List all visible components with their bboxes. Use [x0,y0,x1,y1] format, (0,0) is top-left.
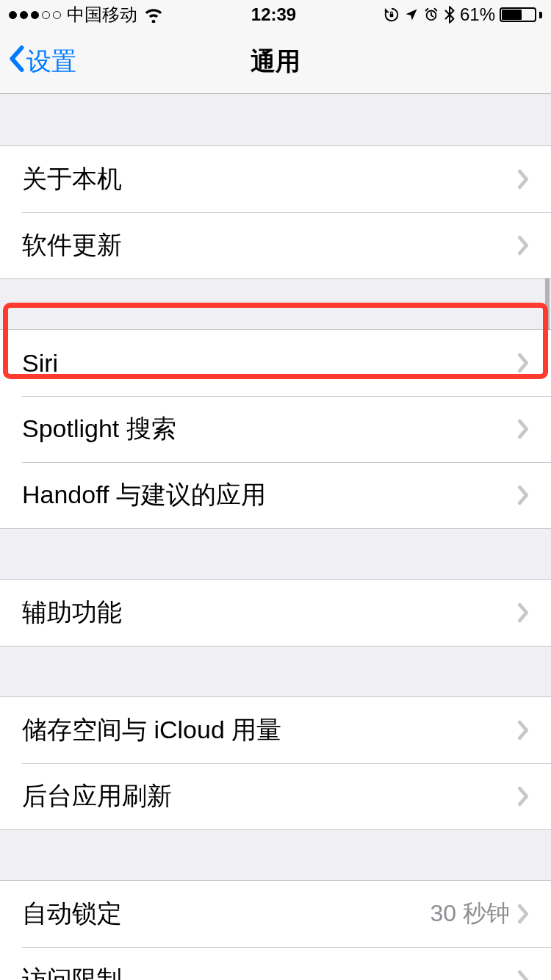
group-autolock: 自动锁定 30 秒钟 访问限制 [0,880,551,980]
wifi-icon [143,7,164,23]
row-label: 软件更新 [22,228,517,262]
status-bar: 中国移动 12:39 61% [0,0,551,29]
row-background-refresh[interactable]: 后台应用刷新 [0,763,551,829]
row-label: 辅助功能 [22,596,517,630]
row-software-update[interactable]: 软件更新 [0,212,551,278]
chevron-right-icon [517,720,529,741]
page-title: 通用 [0,45,551,79]
row-autolock[interactable]: 自动锁定 30 秒钟 [0,881,551,947]
signal-strength-icon [9,11,61,19]
row-value: 30 秒钟 [431,898,510,930]
chevron-right-icon [517,235,529,256]
alarm-icon [423,7,439,23]
row-label: Spotlight 搜索 [22,412,517,446]
chevron-right-icon [517,353,529,373]
status-right: 61% [383,4,542,25]
location-icon [404,7,419,22]
back-label: 设置 [26,45,76,79]
row-label: 储存空间与 iCloud 用量 [22,713,517,747]
chevron-right-icon [517,485,529,505]
row-siri[interactable]: Siri [0,330,551,396]
rotation-lock-icon [383,7,400,23]
row-spotlight[interactable]: Spotlight 搜索 [0,396,551,462]
row-label: 自动锁定 [22,897,431,931]
row-label: 后台应用刷新 [22,779,517,813]
nav-bar: 设置 通用 [0,29,551,94]
chevron-right-icon [517,786,529,807]
bluetooth-icon [444,6,455,24]
chevron-right-icon [517,419,529,439]
row-label: Siri [22,349,517,378]
group-about: 关于本机 软件更新 [0,145,551,279]
chevron-right-icon [517,169,529,190]
chevron-left-icon [7,45,25,79]
row-label: Handoff 与建议的应用 [22,478,517,512]
row-label: 关于本机 [22,162,517,196]
row-about[interactable]: 关于本机 [0,146,551,212]
group-siri: Siri Spotlight 搜索 Handoff 与建议的应用 [0,329,551,529]
battery-icon [500,7,542,22]
carrier-label: 中国移动 [67,3,137,26]
row-restrictions[interactable]: 访问限制 [0,947,551,980]
content: 关于本机 软件更新 Siri Spotlight 搜索 Handoff 与建议的… [0,94,551,980]
group-accessibility: 辅助功能 [0,579,551,646]
chevron-right-icon [517,904,529,924]
chevron-right-icon [517,970,529,980]
group-storage: 储存空间与 iCloud 用量 后台应用刷新 [0,696,551,830]
row-label: 访问限制 [22,963,517,980]
row-accessibility[interactable]: 辅助功能 [0,580,551,646]
battery-percent: 61% [460,4,495,25]
chevron-right-icon [517,602,529,623]
row-storage-icloud[interactable]: 储存空间与 iCloud 用量 [0,697,551,763]
clock: 12:39 [251,4,296,25]
back-button[interactable]: 设置 [7,45,76,79]
row-handoff[interactable]: Handoff 与建议的应用 [0,462,551,528]
svg-rect-0 [390,14,394,18]
status-left: 中国移动 [9,3,164,26]
